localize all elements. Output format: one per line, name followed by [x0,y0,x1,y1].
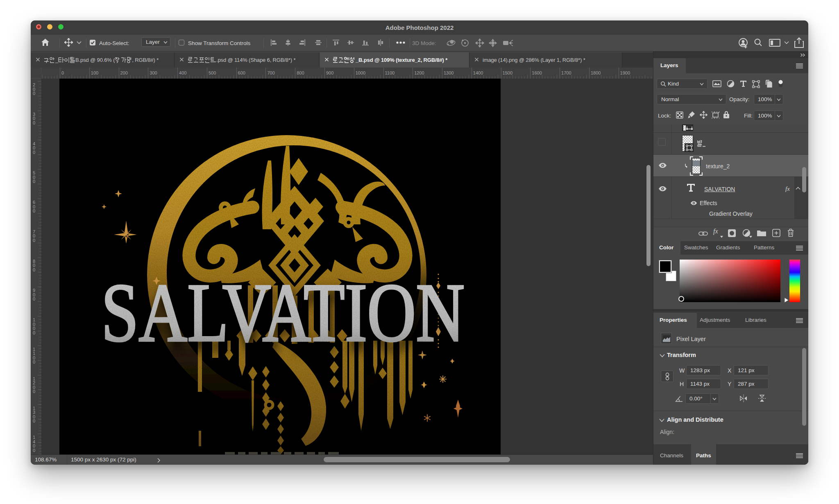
svg-text:SALVATION: SALVATION [101,266,465,359]
